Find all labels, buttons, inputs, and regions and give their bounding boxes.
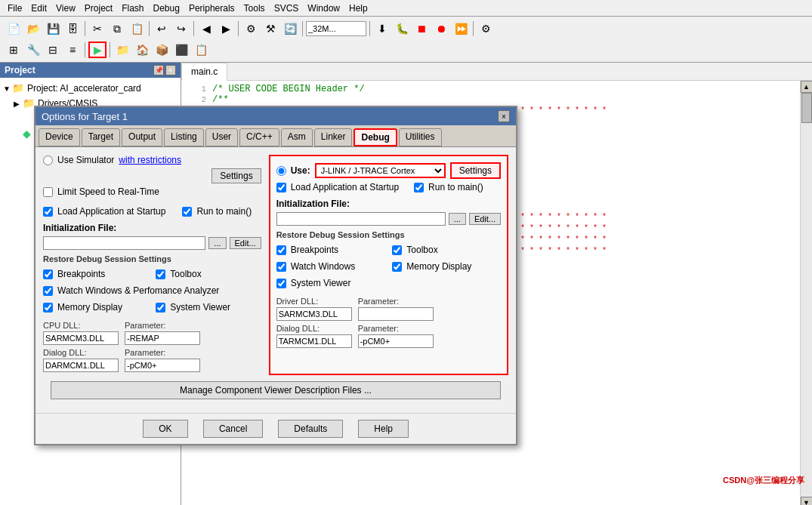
- limit-speed-check[interactable]: [43, 187, 53, 197]
- tab-listing[interactable]: Listing: [164, 128, 204, 146]
- tree-project-root[interactable]: ▼ 📁 Project: AI_accelerator_card: [3, 81, 178, 96]
- breakpoints-check-left[interactable]: [43, 269, 53, 279]
- tab-main-c[interactable]: main.c: [181, 63, 227, 81]
- defaults-btn[interactable]: Defaults: [278, 420, 343, 438]
- dialog-close-btn[interactable]: ×: [498, 110, 510, 122]
- add-files-btn[interactable]: 📁: [113, 42, 131, 58]
- use-radio[interactable]: [276, 166, 286, 176]
- edit-btn-right[interactable]: Edit...: [469, 213, 501, 225]
- toolbox-check-left[interactable]: [156, 269, 165, 279]
- run-btn[interactable]: ⏺: [432, 20, 450, 37]
- init-file-input-right[interactable]: [276, 212, 446, 226]
- dialog-param-input-right[interactable]: [358, 334, 434, 348]
- nav-back-btn[interactable]: ◀: [197, 20, 215, 37]
- cut-btn[interactable]: ✂: [88, 20, 107, 37]
- help-btn[interactable]: Help: [358, 420, 409, 438]
- system-viewer-check-left[interactable]: [156, 303, 165, 313]
- tab-debug[interactable]: Debug: [354, 128, 397, 146]
- init-file-input-left[interactable]: [43, 236, 205, 250]
- build-all-btn[interactable]: ⚒: [261, 20, 279, 37]
- open-btn[interactable]: 📂: [24, 20, 42, 37]
- tab-device[interactable]: Device: [39, 128, 80, 146]
- download-btn[interactable]: ⬇: [373, 20, 391, 37]
- menu-edit[interactable]: Edit: [26, 2, 51, 15]
- system-viewer-check-right[interactable]: [276, 279, 286, 288]
- tab-user[interactable]: User: [205, 128, 238, 146]
- run-icon-btn[interactable]: ▶: [88, 42, 107, 58]
- menu-file[interactable]: File: [3, 2, 26, 15]
- browse-btn-right[interactable]: ...: [449, 213, 466, 225]
- dbg-btn[interactable]: 🔧: [24, 42, 42, 58]
- mem-btn[interactable]: ≡: [63, 42, 82, 58]
- dialog-dll-input-left[interactable]: [43, 359, 119, 372]
- use-combo[interactable]: J-LINK / J-TRACE CortexST-Link DebuggerU…: [315, 163, 446, 178]
- tab-asm[interactable]: Asm: [281, 128, 313, 146]
- run-to-main-check-right[interactable]: [414, 183, 424, 192]
- nav-fwd-btn[interactable]: ▶: [217, 20, 235, 37]
- settings-gear-btn[interactable]: ⚙: [477, 20, 495, 37]
- right-settings-btn[interactable]: Settings: [450, 162, 501, 179]
- memory-display-check-left[interactable]: [43, 303, 53, 313]
- new-btn[interactable]: 📄: [5, 20, 23, 37]
- scroll-track[interactable]: [801, 93, 812, 497]
- panel-close-btn[interactable]: ×: [165, 65, 176, 75]
- browse-btn-left[interactable]: ...: [208, 237, 226, 249]
- ok-btn[interactable]: OK: [143, 420, 188, 438]
- right-scrollbar[interactable]: ▲ ▼: [800, 81, 812, 505]
- simulator-radio[interactable]: [43, 156, 53, 165]
- restrictions-link[interactable]: with restrictions: [119, 155, 181, 165]
- copy-btn[interactable]: ⧉: [108, 20, 126, 37]
- tab-cc[interactable]: C/C++: [239, 128, 279, 146]
- cmsis-btn[interactable]: 🏠: [133, 42, 151, 58]
- stop-btn[interactable]: ⏹: [412, 20, 431, 37]
- undo-btn[interactable]: ↩: [153, 20, 171, 37]
- watch-windows-check-right[interactable]: [276, 262, 286, 272]
- rebuild-btn[interactable]: 🔄: [281, 20, 299, 37]
- driver-param-input[interactable]: [358, 307, 434, 321]
- driver-dll-input[interactable]: [276, 307, 352, 321]
- manage-component-btn[interactable]: Manage Component Viewer Description File…: [51, 381, 501, 399]
- dialog-dll-input-right[interactable]: [276, 334, 352, 348]
- load-app-check-left[interactable]: [43, 207, 53, 217]
- debug-btn[interactable]: 🐛: [393, 20, 411, 37]
- cpu-param-input[interactable]: [125, 331, 200, 345]
- paste-btn[interactable]: 📋: [128, 20, 146, 37]
- menu-peripherals[interactable]: Peripherals: [184, 2, 239, 15]
- target-combo[interactable]: [306, 21, 366, 36]
- left-settings-btn[interactable]: Settings: [211, 168, 261, 183]
- toolbox-check-right[interactable]: [392, 245, 402, 255]
- scroll-down-btn[interactable]: ▼: [801, 497, 813, 505]
- panel-pin-btn[interactable]: 📌: [153, 65, 164, 75]
- save-all-btn[interactable]: 🗄: [63, 20, 82, 37]
- cpu-dll-input[interactable]: [43, 331, 119, 345]
- menu-project[interactable]: Project: [80, 2, 117, 15]
- menu-view[interactable]: View: [51, 2, 80, 15]
- periph-btn[interactable]: ⊟: [44, 42, 62, 58]
- breakpoints-check-right[interactable]: [276, 245, 286, 255]
- menu-svcs[interactable]: SVCS: [270, 2, 304, 15]
- menu-window[interactable]: Window: [303, 2, 344, 15]
- menu-flash[interactable]: Flash: [117, 2, 148, 15]
- scroll-up-btn[interactable]: ▲: [801, 81, 813, 93]
- build-btn[interactable]: ⚙: [242, 20, 260, 37]
- menu-help[interactable]: Help: [344, 2, 372, 15]
- menu-debug[interactable]: Debug: [149, 2, 184, 15]
- watch-windows-check-left[interactable]: [43, 286, 53, 296]
- dialog-param-input-left[interactable]: [125, 359, 200, 372]
- pkg-btn[interactable]: 📦: [153, 42, 171, 58]
- code-btn[interactable]: 📋: [192, 42, 210, 58]
- cfg-btn[interactable]: ⊞: [5, 42, 23, 58]
- redo-btn[interactable]: ↪: [172, 20, 190, 37]
- scroll-thumb[interactable]: [801, 93, 812, 123]
- tab-target[interactable]: Target: [82, 128, 120, 146]
- run-to-main-check-left[interactable]: [182, 207, 192, 217]
- tab-utilities[interactable]: Utilities: [399, 128, 442, 146]
- save-btn[interactable]: 💾: [44, 20, 62, 37]
- tab-output[interactable]: Output: [122, 128, 162, 146]
- step-btn[interactable]: ⏩: [452, 20, 470, 37]
- memory-display-check-right[interactable]: [392, 262, 402, 272]
- load-app-check-right[interactable]: [276, 183, 286, 192]
- extra-btn[interactable]: ⬛: [172, 42, 190, 58]
- edit-btn-left[interactable]: Edit...: [230, 237, 261, 249]
- tab-linker[interactable]: Linker: [314, 128, 353, 146]
